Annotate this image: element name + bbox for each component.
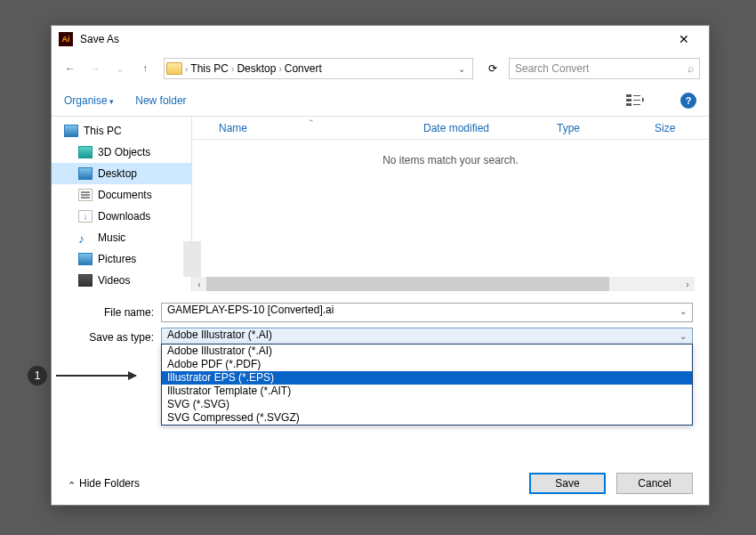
dropdown-option[interactable]: SVG Compressed (*.SVGZ) <box>162 411 692 425</box>
column-size[interactable]: Size <box>655 122 675 134</box>
scroll-right-button[interactable]: › <box>680 277 695 291</box>
column-date[interactable]: Date modified <box>423 122 557 134</box>
tree-item-documents[interactable]: Documents <box>52 184 191 206</box>
titlebar: Ai Save As ✕ <box>52 26 709 53</box>
filename-label: File name: <box>68 306 161 319</box>
nav-bar: ← → ⌄ ↑ › This PC › Desktop › Convert ⌄ … <box>52 53 709 85</box>
documents-icon <box>78 189 92 201</box>
tree-item-3d-objects[interactable]: 3D Objects <box>52 142 191 163</box>
search-placeholder: Search Convert <box>515 62 688 75</box>
breadcrumb-segment[interactable]: Convert <box>285 62 322 75</box>
tree-item-pictures[interactable]: Pictures <box>52 248 191 270</box>
nav-up-button[interactable]: ↑ <box>135 59 155 78</box>
svg-rect-0 <box>626 94 631 97</box>
annotation-callout: 1 <box>28 366 136 385</box>
splitter-handle[interactable] <box>183 241 201 277</box>
3d-icon <box>78 146 92 158</box>
scroll-track[interactable] <box>206 277 680 291</box>
breadcrumb-segment[interactable]: Desktop <box>237 62 276 75</box>
nav-forward-button[interactable]: → <box>85 59 105 78</box>
tree-item-videos[interactable]: Videos <box>52 270 191 291</box>
body-area: This PC 3D Objects Desktop Documents Dow… <box>52 117 709 291</box>
tree-item-this-pc[interactable]: This PC <box>52 120 191 142</box>
svg-rect-3 <box>633 95 640 96</box>
view-options-button[interactable] <box>620 91 650 110</box>
hide-folders-toggle[interactable]: Hide Folders <box>68 477 140 490</box>
tree-item-music[interactable]: Music <box>52 227 191 248</box>
close-button[interactable]: ✕ <box>666 27 702 52</box>
dropdown-option-selected[interactable]: Illustrator EPS (*.EPS) <box>162 371 692 385</box>
pc-icon <box>64 125 78 137</box>
saveastype-label: Save as type: <box>68 331 161 344</box>
breadcrumb[interactable]: › This PC › Desktop › Convert ⌄ <box>164 58 473 79</box>
column-name[interactable]: Name⌃ <box>219 122 423 134</box>
chevron-down-icon[interactable]: ⌄ <box>680 331 687 341</box>
nav-recent-dropdown[interactable]: ⌄ <box>110 59 130 78</box>
folder-icon <box>166 62 182 75</box>
annotation-badge: 1 <box>28 366 47 385</box>
music-icon <box>78 231 92 244</box>
dropdown-option[interactable]: Adobe PDF (*.PDF) <box>162 358 692 371</box>
save-as-dialog: Ai Save As ✕ ← → ⌄ ↑ › This PC › Desktop… <box>51 25 710 506</box>
column-type[interactable]: Type <box>557 122 655 134</box>
nav-back-button[interactable]: ← <box>60 59 80 78</box>
desktop-icon <box>78 167 92 180</box>
breadcrumb-segment[interactable]: This PC <box>190 62 229 75</box>
help-button[interactable]: ? <box>680 93 696 109</box>
svg-rect-1 <box>626 99 631 101</box>
dropdown-option[interactable]: Illustrator Template (*.AIT) <box>162 385 692 398</box>
chevron-right-icon: › <box>185 64 188 74</box>
search-input[interactable]: Search Convert ⌕ <box>509 58 700 79</box>
refresh-button[interactable]: ⟳ <box>482 58 503 79</box>
scroll-thumb[interactable] <box>206 277 609 291</box>
save-button[interactable]: Save <box>529 473 606 494</box>
app-icon: Ai <box>59 32 73 46</box>
horizontal-scrollbar[interactable]: ‹ › <box>192 277 695 291</box>
breadcrumb-dropdown[interactable]: ⌄ <box>453 64 470 74</box>
empty-message: No items match your search. <box>192 140 709 166</box>
dropdown-option[interactable]: Adobe Illustrator (*.AI) <box>162 345 692 358</box>
downloads-icon <box>78 210 92 223</box>
arrow-right-icon <box>56 375 136 377</box>
dialog-footer: Hide Folders Save Cancel <box>52 462 709 505</box>
videos-icon <box>78 274 92 287</box>
dropdown-option[interactable]: SVG (*.SVG) <box>162 398 692 411</box>
nav-tree: This PC 3D Objects Desktop Documents Dow… <box>52 117 192 291</box>
new-folder-button[interactable]: New folder <box>135 94 186 107</box>
sort-asc-icon: ⌃ <box>308 118 315 127</box>
form-area: File name: GAMEPLAY-EPS-10 [Converted].a… <box>52 291 709 350</box>
pictures-icon <box>78 253 92 265</box>
chevron-down-icon[interactable]: ⌄ <box>680 306 687 316</box>
filename-input[interactable]: GAMEPLAY-EPS-10 [Converted].ai⌄ <box>161 303 693 322</box>
saveastype-dropdown: Adobe Illustrator (*.AI) Adobe PDF (*.PD… <box>161 344 693 426</box>
tree-item-downloads[interactable]: Downloads <box>52 206 191 227</box>
scroll-left-button[interactable]: ‹ <box>192 277 206 291</box>
chevron-right-icon: › <box>231 64 234 74</box>
cancel-button[interactable]: Cancel <box>616 473 693 494</box>
chevron-right-icon: › <box>278 64 281 74</box>
window-title: Save As <box>80 33 666 45</box>
search-icon: ⌕ <box>688 62 694 75</box>
svg-rect-4 <box>633 100 640 101</box>
organise-button[interactable]: Organise <box>64 94 114 107</box>
svg-rect-2 <box>626 103 631 106</box>
file-list: Name⌃ Date modified Type Size No items m… <box>192 117 709 291</box>
svg-rect-5 <box>633 104 640 105</box>
toolbar: Organise New folder ? <box>52 85 709 117</box>
column-headers: Name⌃ Date modified Type Size <box>192 117 709 140</box>
tree-item-desktop[interactable]: Desktop <box>52 163 191 184</box>
